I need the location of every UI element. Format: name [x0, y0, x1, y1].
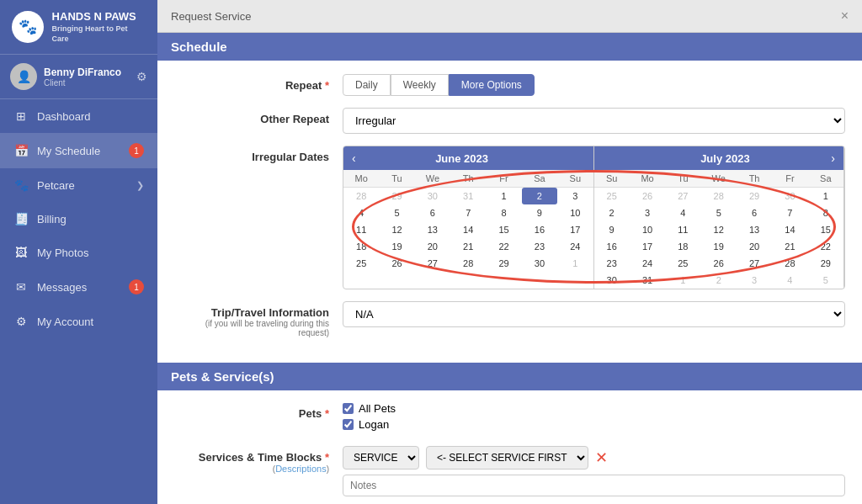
calendar-day[interactable]: 25: [665, 255, 700, 272]
calendar-day[interactable]: 26: [379, 255, 414, 272]
calendar-day[interactable]: 18: [343, 238, 379, 255]
calendar-day[interactable]: 4: [772, 272, 807, 289]
gear-button[interactable]: ⚙: [136, 70, 147, 83]
calendar-day[interactable]: 29: [737, 188, 772, 205]
calendar-day[interactable]: 16: [522, 221, 557, 238]
sidebar-item-my-account[interactable]: ⚙ My Account: [0, 305, 157, 338]
calendar-day[interactable]: 27: [415, 255, 450, 272]
calendar-day[interactable]: 21: [772, 238, 807, 255]
next-month-button[interactable]: ›: [831, 151, 835, 165]
calendar-day[interactable]: 29: [808, 255, 843, 272]
more-options-button[interactable]: More Options: [449, 74, 535, 96]
trip-select[interactable]: N/A: [343, 301, 845, 327]
calendar-day[interactable]: 14: [772, 221, 807, 238]
calendar-day[interactable]: 30: [522, 255, 557, 272]
calendar-day[interactable]: 25: [594, 188, 630, 205]
prev-month-button[interactable]: ‹: [352, 151, 356, 165]
calendar-day[interactable]: 15: [486, 221, 521, 238]
calendar-day[interactable]: 14: [450, 221, 486, 238]
close-button[interactable]: ×: [841, 8, 849, 24]
calendar-day[interactable]: 13: [415, 221, 450, 238]
calendar-day[interactable]: 24: [630, 255, 665, 272]
calendar-day[interactable]: 5: [808, 272, 843, 289]
daily-button[interactable]: Daily: [343, 74, 391, 96]
calendar-day[interactable]: 16: [594, 238, 630, 255]
calendar-day[interactable]: 27: [665, 188, 700, 205]
calendar-day[interactable]: 28: [450, 255, 486, 272]
calendar-day[interactable]: 11: [665, 221, 700, 238]
sidebar-item-my-photos[interactable]: 🖼 My Photos: [0, 236, 157, 269]
calendar-day[interactable]: 19: [379, 238, 414, 255]
calendar-day[interactable]: 15: [808, 221, 843, 238]
calendar-day[interactable]: 19: [701, 238, 737, 255]
calendar-day[interactable]: 27: [737, 255, 772, 272]
service-type-select[interactable]: SERVICE: [343, 446, 419, 470]
calendar-day[interactable]: 26: [701, 255, 737, 272]
calendar-day[interactable]: 8: [486, 204, 521, 221]
calendar-day[interactable]: 30: [772, 188, 807, 205]
calendar-day[interactable]: 1: [665, 272, 700, 289]
calendar-day[interactable]: 10: [557, 204, 593, 221]
calendar-day[interactable]: 31: [630, 272, 665, 289]
calendar-day[interactable]: 5: [379, 204, 414, 221]
sidebar-item-billing[interactable]: 🧾 Billing: [0, 202, 157, 236]
calendar-day[interactable]: 12: [701, 221, 737, 238]
logan-checkbox[interactable]: [343, 419, 354, 430]
calendar-day[interactable]: 31: [450, 188, 486, 205]
calendar-day[interactable]: 7: [772, 204, 807, 221]
calendar-day[interactable]: 28: [343, 188, 379, 205]
calendar-day[interactable]: 18: [665, 238, 700, 255]
calendar-day[interactable]: 11: [343, 221, 379, 238]
calendar-day[interactable]: 6: [737, 204, 772, 221]
calendar-day[interactable]: 23: [594, 255, 630, 272]
calendar-day[interactable]: 13: [737, 221, 772, 238]
calendar-day[interactable]: 10: [630, 221, 665, 238]
calendar-day[interactable]: 20: [415, 238, 450, 255]
weekly-button[interactable]: Weekly: [391, 74, 449, 96]
calendar-day[interactable]: 1: [557, 255, 593, 272]
calendar-day[interactable]: 21: [450, 238, 486, 255]
calendar-day[interactable]: 17: [557, 221, 593, 238]
calendar-day[interactable]: 29: [486, 255, 521, 272]
remove-service-button[interactable]: ✕: [595, 450, 608, 465]
calendar-day[interactable]: 30: [415, 188, 450, 205]
calendar-day[interactable]: 29: [379, 188, 414, 205]
sidebar-item-dashboard[interactable]: ⊞ Dashboard: [0, 99, 157, 133]
calendar-day[interactable]: 30: [594, 272, 630, 289]
calendar-day[interactable]: 9: [522, 204, 557, 221]
calendar-day[interactable]: 26: [630, 188, 665, 205]
calendar-day[interactable]: 17: [630, 238, 665, 255]
calendar-day[interactable]: 28: [772, 255, 807, 272]
calendar-day[interactable]: 3: [630, 204, 665, 221]
all-pets-checkbox[interactable]: [343, 403, 354, 414]
calendar-day[interactable]: 8: [808, 204, 843, 221]
sidebar-item-petcare[interactable]: 🐾 Petcare ❯: [0, 168, 157, 202]
calendar-day[interactable]: 23: [522, 238, 557, 255]
calendar-day[interactable]: 7: [450, 204, 486, 221]
calendar-day[interactable]: 6: [415, 204, 450, 221]
calendar-day[interactable]: 3: [737, 272, 772, 289]
all-pets-checkbox-row[interactable]: All Pets: [343, 402, 845, 415]
calendar-day[interactable]: 20: [737, 238, 772, 255]
calendar-day[interactable]: 4: [665, 204, 700, 221]
calendar-day[interactable]: 4: [343, 204, 379, 221]
calendar-day[interactable]: 2: [522, 188, 557, 205]
calendar-day[interactable]: 24: [557, 238, 593, 255]
calendar-day[interactable]: 28: [701, 188, 737, 205]
calendar-day[interactable]: 22: [486, 238, 521, 255]
service-time-select[interactable]: <- SELECT SERVICE FIRST: [426, 446, 588, 470]
sidebar-item-messages[interactable]: ✉ Messages 1: [0, 269, 157, 305]
descriptions-link[interactable]: Descriptions: [275, 464, 327, 474]
logan-checkbox-row[interactable]: Logan: [343, 418, 845, 431]
calendar-day[interactable]: 2: [594, 204, 630, 221]
calendar-day[interactable]: 5: [701, 204, 737, 221]
calendar-day[interactable]: 3: [557, 188, 593, 205]
sidebar-item-my-schedule[interactable]: 📅 My Schedule 1: [0, 133, 157, 168]
calendar-day[interactable]: 25: [343, 255, 379, 272]
calendar-day[interactable]: 22: [808, 238, 843, 255]
other-repeat-select[interactable]: Irregular: [343, 108, 845, 134]
notes-input[interactable]: [343, 475, 845, 496]
calendar-day[interactable]: 12: [379, 221, 414, 238]
calendar-day[interactable]: 1: [808, 188, 843, 205]
calendar-day[interactable]: 2: [701, 272, 737, 289]
